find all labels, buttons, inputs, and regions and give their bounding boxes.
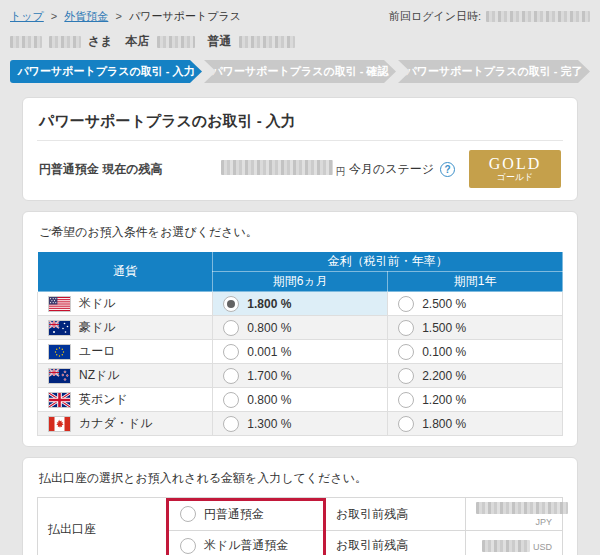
rate-radio-gbp-6m[interactable]: [223, 392, 239, 408]
payout-section-intro: 払出口座の選択とお預入れされる金額を入力してください。: [37, 468, 563, 497]
pre-balance-value-jpy: JPY: [466, 498, 563, 531]
title-card: パワーサポートプラスのお取引 - 入力 円普通預金 現在の残高 円 今月のステー…: [22, 97, 578, 201]
pre-balance-label-usd: お取引前残高: [326, 531, 466, 555]
rate-value: 1.800 %: [247, 297, 291, 311]
stage-badge-main: GOLD: [489, 155, 541, 172]
rate-value: 2.500 %: [422, 297, 466, 311]
rate-value: 1.700 %: [247, 369, 291, 383]
rate-radio-usd-6m[interactable]: [223, 296, 239, 312]
rate-value: 2.200 %: [422, 369, 466, 383]
breadcrumb-current: パワーサポートプラス: [129, 10, 241, 22]
step-label: パワーサポートプラスの取引 - 入力: [17, 65, 194, 77]
payout-account-row-jpy: 払出口座 円普通預金 お取引前残高 JPY: [38, 498, 563, 531]
col-header-term-6m: 期間6ヵ月: [213, 272, 388, 292]
rate-radio-aud-1y[interactable]: [398, 320, 414, 336]
help-icon[interactable]: ?: [440, 162, 455, 177]
australia-flag-icon: [48, 320, 71, 336]
new-zealand-flag-icon: [48, 368, 71, 384]
pre-balance-label-jpy: お取引前残高: [326, 498, 466, 531]
page-title: パワーサポートプラスのお取引 - 入力: [37, 108, 563, 141]
user-info-line: さま 本店 普通: [0, 24, 600, 50]
redacted-last-login-datetime: [486, 11, 590, 22]
breadcrumb-separator: >: [115, 10, 121, 22]
payout-account-label: 払出口座: [38, 498, 168, 555]
rate-value: 0.800 %: [247, 393, 291, 407]
rate-radio-nzd-1y[interactable]: [398, 368, 414, 384]
rate-table: 通貨 金利（税引前・年率） 期間6ヵ月 期間1年 米ドル 1.800 %: [37, 251, 563, 436]
breadcrumb-separator: >: [51, 10, 57, 22]
currency-name: 米ドル: [79, 295, 116, 312]
rate-value: 1.500 %: [422, 321, 466, 335]
redacted-usd-balance: [482, 540, 530, 552]
col-header-rate-group: 金利（税引前・年率）: [213, 252, 563, 272]
usd-unit-label: USD: [533, 542, 552, 552]
rate-card: ご希望のお預入条件をお選びください。 通貨 金利（税引前・年率） 期間6ヵ月 期…: [22, 211, 578, 447]
payout-jpy-radio[interactable]: [180, 506, 196, 522]
redacted-account-number: [239, 36, 295, 48]
us-flag-icon: [48, 296, 71, 312]
breadcrumb: トップ > 外貨預金 > パワーサポートプラス: [10, 9, 241, 24]
canada-flag-icon: [48, 416, 71, 432]
payout-jpy-option-label: 円普通預金: [204, 506, 264, 523]
rate-radio-eur-6m[interactable]: [223, 344, 239, 360]
rate-radio-nzd-6m[interactable]: [223, 368, 239, 384]
rate-value: 1.300 %: [247, 417, 291, 431]
rate-radio-aud-6m[interactable]: [223, 320, 239, 336]
rate-radio-cad-1y[interactable]: [398, 416, 414, 432]
rate-radio-eur-1y[interactable]: [398, 344, 414, 360]
breadcrumb-link-top[interactable]: トップ: [10, 10, 44, 22]
rate-row-usd: 米ドル 1.800 % 2.500 %: [38, 292, 563, 316]
redacted-user-surname: [10, 36, 42, 48]
payout-usd-radio[interactable]: [180, 538, 196, 554]
rate-row-eur: ユーロ 0.001 % 0.100 %: [38, 340, 563, 364]
last-login: 前回ログイン日時:: [389, 9, 590, 24]
rate-row-cad: カナダ・ドル 1.300 % 1.800 %: [38, 412, 563, 436]
pre-balance-value-usd: USD: [466, 531, 563, 555]
redacted-branch-code: [157, 36, 195, 48]
balance-label: 円普通預金 現在の残高: [39, 161, 163, 178]
currency-name: 英ポンド: [79, 391, 128, 408]
currency-name: NZドル: [79, 367, 120, 384]
user-honorific: さま: [88, 33, 113, 50]
rate-radio-usd-1y[interactable]: [398, 296, 414, 312]
redacted-jpy-balance: [476, 502, 568, 514]
breadcrumb-link-fx-deposit[interactable]: 外貨預金: [64, 10, 108, 22]
stage-label: 今月のステージ: [349, 161, 434, 178]
rate-row-nzd: NZドル 1.700 % 2.200 %: [38, 364, 563, 388]
progress-steps: パワーサポートプラスの取引 - 入力 パワーサポートプラスの取引 - 確認 パワ…: [10, 60, 590, 83]
step-label: パワーサポートプラスの取引 - 確認: [211, 65, 388, 77]
rate-section-intro: ご希望のお預入条件をお選びください。: [37, 222, 563, 251]
col-header-term-1y: 期間1年: [388, 272, 563, 292]
step-confirm: パワーサポートプラスの取引 - 確認: [204, 60, 396, 83]
jpy-unit-label: JPY: [535, 517, 552, 527]
topbar: トップ > 外貨預金 > パワーサポートプラス 前回ログイン日時:: [0, 0, 600, 24]
stage-badge: GOLD ゴールド: [469, 150, 561, 188]
redacted-user-firstname: [49, 36, 81, 48]
rate-value: 0.800 %: [247, 321, 291, 335]
redacted-jpy-balance-top: [221, 160, 333, 175]
step-input: パワーサポートプラスの取引 - 入力: [10, 60, 202, 83]
currency-name: 豪ドル: [79, 319, 116, 336]
payout-form-table: 払出口座 円普通預金 お取引前残高 JPY 米ドル普通預金 お取引前残高 USD: [37, 497, 563, 555]
last-login-label: 前回ログイン日時:: [389, 9, 481, 24]
uk-flag-icon: [48, 392, 71, 408]
rate-row-aud: 豪ドル 0.800 % 1.500 %: [38, 316, 563, 340]
currency-name: ユーロ: [79, 343, 116, 360]
step-label: パワーサポートプラスの取引 - 完了: [405, 65, 582, 77]
balance-unit: 円: [336, 165, 346, 179]
rate-value: 0.100 %: [422, 345, 466, 359]
payout-card: 払出口座の選択とお預入れされる金額を入力してください。 払出口座 円普通預金 お…: [22, 457, 578, 555]
stage-badge-sub: ゴールド: [497, 172, 534, 183]
rate-value: 0.001 %: [247, 345, 291, 359]
rate-value: 1.800 %: [422, 417, 466, 431]
rate-radio-gbp-1y[interactable]: [398, 392, 414, 408]
eu-flag-icon: [48, 344, 71, 360]
payout-usd-option-label: 米ドル普通預金: [204, 537, 289, 554]
step-complete: パワーサポートプラスの取引 - 完了: [398, 60, 590, 83]
col-header-currency: 通貨: [38, 252, 213, 292]
rate-radio-cad-6m[interactable]: [223, 416, 239, 432]
account-type: 普通: [208, 33, 232, 50]
rate-row-gbp: 英ポンド 0.800 % 1.200 %: [38, 388, 563, 412]
rate-value: 1.200 %: [422, 393, 466, 407]
currency-name: カナダ・ドル: [79, 415, 152, 432]
